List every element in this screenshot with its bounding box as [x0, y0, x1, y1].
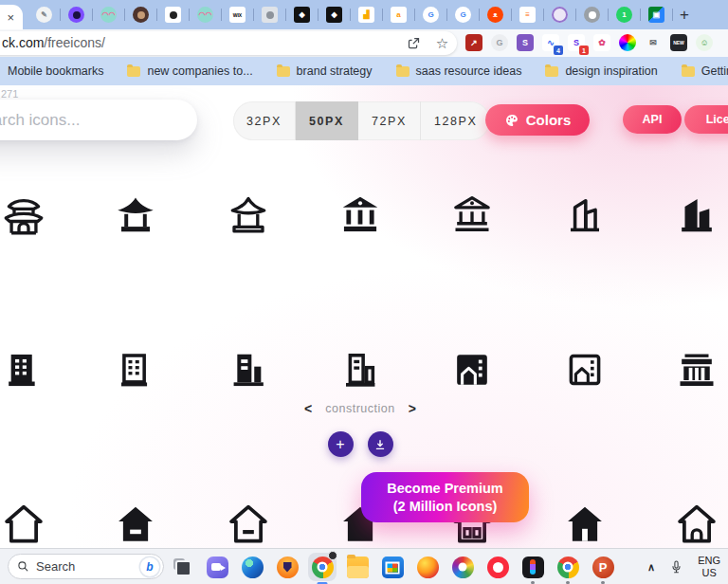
taskbar-search[interactable]: Search b [8, 554, 164, 579]
mail-extension-icon[interactable]: ✉ [645, 34, 662, 51]
tab-diamond-black-2[interactable]: ◆ [326, 7, 342, 23]
grid-icon-house-outline[interactable] [0, 500, 80, 548]
grid-icon-office-filled[interactable] [0, 345, 80, 394]
tab-cute-face-teal-2[interactable]: ◠◠ [197, 7, 213, 23]
taskbar-app-store[interactable] [381, 556, 404, 578]
license-button[interactable]: License [684, 105, 728, 134]
prev-category-icon[interactable]: < [304, 401, 312, 416]
grid-icon-market-filled[interactable] [641, 345, 728, 394]
tab-cute-face-teal[interactable]: ◠◠ [100, 7, 117, 23]
download-pack-button[interactable] [368, 431, 393, 457]
tab-analytics[interactable]: ▟ [358, 7, 374, 23]
adobe-red-extension-icon[interactable]: ↗ [465, 34, 482, 51]
taskbar-app-chrome-2[interactable] [556, 556, 579, 578]
grid-icon-house-block-outline[interactable] [528, 345, 640, 394]
bookmarks-bar: Mobile bookmarksnew companies to...brand… [0, 57, 728, 85]
bookmark-item[interactable]: brand strategy [277, 64, 373, 78]
taskbar-app-powerpoint[interactable]: P [592, 556, 614, 578]
tab-bookmark-orange[interactable]: ≡ [519, 7, 536, 23]
grid-icon-bank-filled[interactable] [304, 191, 416, 240]
grammarly-g-extension-icon[interactable]: G [491, 34, 508, 51]
colors-button[interactable]: Colors [485, 104, 590, 136]
new-calendar-extension-icon[interactable]: NEW [670, 34, 687, 51]
grid-icon-bank-outline[interactable] [416, 191, 528, 240]
colorful-dots-extension-icon[interactable]: ✿ [593, 34, 610, 51]
grid-icon-towers-filled[interactable] [192, 345, 304, 394]
grid-icon-chinese-gate-outline[interactable] [0, 191, 80, 240]
grid-icon-house-filled-slot[interactable] [80, 500, 191, 548]
tab-google-g[interactable]: G [423, 7, 439, 23]
new-tab-button[interactable]: + [680, 7, 689, 23]
taskbar-app-opera[interactable] [486, 556, 509, 578]
close-tab-icon[interactable]: × [7, 11, 14, 24]
grid-icon-house-filled-door[interactable] [528, 500, 640, 548]
taskbar-app-task-view[interactable] [171, 556, 193, 578]
microphone-icon[interactable] [670, 559, 682, 575]
tab-divider [382, 9, 383, 21]
tab-google-g-2[interactable]: G [455, 7, 471, 23]
add-pack-button[interactable]: + [328, 431, 354, 457]
become-premium-button[interactable]: Become Premium (2 Million Icons) [361, 472, 529, 522]
api-button[interactable]: API [623, 105, 682, 134]
tab-photo-bw[interactable] [165, 7, 181, 23]
size-option-50px[interactable]: 50PX [296, 101, 358, 140]
stylus-s-extension-icon[interactable]: S [517, 34, 534, 51]
palette-icon [504, 113, 519, 128]
size-option-32px[interactable]: 32PX [233, 101, 296, 140]
grid-icon-pagoda-outline[interactable] [192, 191, 304, 240]
next-category-icon[interactable]: > [409, 401, 416, 416]
taskbar-app-edge[interactable] [241, 556, 264, 578]
active-tab[interactable]: × [0, 5, 23, 29]
grid-icon-modern-building-outline[interactable] [528, 191, 640, 240]
tab-amazon[interactable]: a [391, 7, 407, 23]
size-option-128px[interactable]: 128PX [421, 101, 491, 140]
tab-ring-purple[interactable] [552, 7, 568, 23]
taskbar-app-explorer[interactable] [346, 556, 369, 578]
grid-icon-modern-building-filled[interactable] [641, 191, 728, 240]
taskbar-app-teams[interactable] [206, 556, 228, 578]
tab-chrome-gray[interactable] [584, 7, 600, 23]
tab-divider [543, 9, 544, 21]
tab-diamond-black[interactable]: ◆ [294, 7, 310, 23]
bookmark-item[interactable]: new companies to... [127, 64, 252, 78]
bookmark-item[interactable]: Mobile bookmarks [8, 64, 103, 78]
taskbar-app-avast[interactable] [276, 556, 299, 578]
taskbar-app-chrome-active[interactable] [311, 556, 334, 578]
chrome-gray-inner [589, 11, 596, 19]
grid-icon-house-outline-slot[interactable] [192, 500, 304, 548]
share-icon[interactable] [406, 35, 422, 51]
search-input[interactable] [0, 100, 197, 140]
tab-avatar-dark[interactable] [133, 7, 149, 23]
grid-icon-office-outline[interactable] [80, 345, 191, 394]
color-wheel-extension-icon[interactable] [619, 34, 636, 51]
folder-icon [277, 66, 290, 77]
omnibox[interactable]: ck.com/freeicons/ ☆ [0, 31, 457, 55]
page-content: 271 32PX50PX72PX128PX Colors API License… [0, 85, 728, 548]
taskbar-app-firefox[interactable] [416, 556, 439, 578]
tab-whatsapp-1[interactable]: 1 [616, 7, 632, 23]
tab-feather[interactable]: ✎ [36, 7, 52, 23]
tab-wix[interactable]: WIX [229, 7, 246, 23]
s-purple-extension-icon[interactable]: S1 [568, 34, 585, 51]
grid-icon-house-block-filled[interactable] [416, 345, 528, 394]
bookmark-item[interactable]: design inspiration [545, 64, 657, 78]
language-indicator[interactable]: ENG US [698, 555, 720, 579]
tab-meet[interactable]: ▣ [648, 7, 664, 23]
pack-actions: + [265, 431, 455, 457]
taskbar-app-chrome-beta[interactable] [451, 556, 474, 578]
bookmark-star-icon[interactable]: ☆ [434, 35, 450, 51]
tab-toolbox-gray[interactable] [262, 7, 278, 23]
bookmark-item[interactable]: saas resource ideas [396, 64, 522, 78]
tab-avatar-purple[interactable] [68, 7, 84, 23]
bookmark-item[interactable]: Getting leads for m... [682, 64, 728, 78]
bing-icon[interactable]: b [140, 557, 159, 576]
grid-icon-towers-outline[interactable] [304, 345, 416, 394]
size-option-72px[interactable]: 72PX [358, 101, 421, 140]
tab-reddit[interactable]: ᴥ [487, 7, 503, 23]
wave-blue-extension-icon[interactable]: ∿4 [542, 34, 559, 51]
taskbar-app-figma[interactable] [521, 556, 544, 578]
robot-green-extension-icon[interactable]: ☺ [696, 34, 713, 51]
tray-chevron-icon[interactable]: ∧ [647, 561, 655, 574]
grid-icon-pagoda-filled[interactable] [80, 191, 191, 240]
grid-icon-house-outline-door[interactable] [641, 500, 728, 548]
